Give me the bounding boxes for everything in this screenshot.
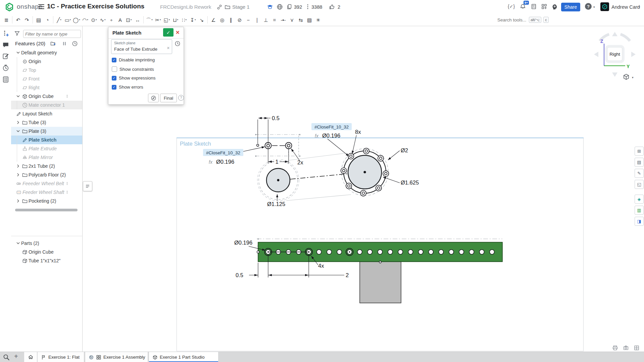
panel-divider[interactable] — [11, 236, 82, 236]
pattern-tool[interactable]: ∷▾ — [180, 15, 188, 24]
plate-hole[interactable] — [378, 250, 383, 254]
plate-hole[interactable] — [398, 250, 403, 254]
apps-icon[interactable] — [541, 3, 547, 10]
plate-hole[interactable] — [276, 250, 281, 254]
tab-exercise-1-part-studio[interactable]: Exercise 1 Part Studio — [149, 352, 218, 362]
pierce-constraint-tool[interactable]: ▨ — [305, 15, 313, 24]
tangent-constraint-tool[interactable]: ⊘ — [236, 15, 244, 24]
chevron-down-icon[interactable] — [15, 129, 21, 134]
collapsed-panel-button[interactable] — [83, 181, 92, 191]
plate-hole[interactable] — [347, 250, 352, 254]
feature-row-plate-mirror[interactable]: Plate Mirror — [11, 153, 82, 162]
slot-tool[interactable]: ⊔▾ — [171, 15, 180, 24]
link-icon[interactable] — [216, 4, 222, 10]
trim-tool[interactable]: ✂▾ — [154, 15, 162, 24]
chevron-right-icon[interactable] — [15, 164, 21, 168]
plate-hole[interactable] — [327, 250, 332, 254]
plate-hole[interactable] — [317, 250, 321, 254]
caret-down-icon[interactable]: ▾ — [177, 18, 179, 21]
sketch-mode-button[interactable] — [148, 94, 159, 102]
sketch-plane-field[interactable]: Sketch plane Face of Tube Extrude ✕ — [111, 39, 172, 54]
plate-hole-ring[interactable] — [346, 248, 353, 256]
bolt-hole[interactable] — [346, 183, 352, 189]
plate-hole[interactable] — [367, 250, 372, 254]
chevron-right-icon[interactable] — [15, 120, 21, 125]
chevron-right-icon[interactable] — [15, 199, 21, 203]
chevron-down-icon[interactable] — [15, 50, 21, 55]
dia-left-circle[interactable]: Ø1.125 — [267, 201, 285, 207]
feature-row-layout-sketch[interactable]: Layout Sketch — [11, 109, 82, 118]
sheet-metal-tool[interactable]: ◔ — [43, 15, 51, 24]
caret-down-icon[interactable]: ▾ — [87, 18, 88, 21]
workspace-label[interactable]: Stage 1 — [232, 4, 250, 10]
plate-hole[interactable] — [439, 250, 443, 254]
dia-plate-hole[interactable]: Ø0.196 — [234, 240, 252, 246]
part-row-origin-cube[interactable]: Origin Cube — [11, 248, 82, 256]
history-button[interactable] — [2, 64, 9, 71]
right-circle-center[interactable] — [363, 171, 366, 173]
comments-button[interactable] — [2, 41, 9, 49]
concentric-constraint-tool[interactable]: ◎ — [218, 15, 226, 24]
count-top-holes[interactable]: 2x — [297, 159, 303, 165]
caret-down-icon[interactable]: ▾ — [195, 18, 196, 21]
caret-down-icon[interactable]: ▾ — [104, 18, 106, 21]
view-cube-face[interactable]: Right — [607, 47, 622, 61]
checkbox-box[interactable]: ✓ — [112, 85, 116, 90]
dia-bearing-circle[interactable]: Ø1.625 — [401, 179, 419, 186]
use-project-tool[interactable]: ⊡▾ — [125, 15, 133, 24]
dialog-close-button[interactable]: ✕ — [176, 30, 180, 36]
plate-hole-ring[interactable] — [305, 248, 313, 256]
chevron-down-icon[interactable] — [15, 241, 21, 246]
left-circle[interactable] — [266, 168, 290, 192]
featurescript-icon[interactable]: {✓} — [508, 4, 515, 9]
panel-toggle-5-button[interactable]: ◈ — [635, 195, 644, 204]
sketch-canvas[interactable]: Plate Sketch0.5#CloseFit_10_32fxØ0.1968x… — [0, 0, 644, 362]
plate-hole[interactable] — [449, 250, 454, 254]
search-tools[interactable]: alt/⌥ c — [497, 15, 554, 24]
point-tool[interactable]: ∘ — [107, 15, 115, 24]
feature-row-plate-extrude[interactable]: Plate Extrude — [11, 144, 82, 153]
insert-dxf-tool[interactable]: ↧▾ — [189, 15, 197, 24]
plate-hole[interactable] — [357, 250, 362, 254]
transform-tool[interactable]: ↘ — [198, 15, 206, 24]
feature-row-feeeder-wheel-belt[interactable]: Feeeder Wheel Belt — [11, 179, 82, 188]
checkbox-box[interactable]: ✓ — [112, 76, 116, 81]
plate-hole[interactable] — [480, 250, 484, 254]
left-circle-center[interactable] — [277, 179, 280, 182]
user-caret-icon[interactable]: ▾ — [639, 5, 640, 9]
caret-down-icon[interactable]: ▾ — [169, 18, 170, 21]
panel-toggle-4-button[interactable]: ◱ — [635, 180, 644, 189]
panel-toggle-7-button[interactable]: ◨ — [635, 217, 644, 226]
plate-hole[interactable] — [408, 250, 413, 254]
bearing-circle[interactable] — [348, 155, 382, 189]
view-mode-cube-icon[interactable] — [623, 73, 630, 81]
plate-part[interactable] — [258, 242, 502, 262]
feature-row-polycarb-floor-2[interactable]: Polycarb Floor (2) — [11, 170, 82, 179]
view-mode-caret-icon[interactable]: ▾ — [632, 76, 634, 79]
plate-edge-point[interactable] — [257, 251, 259, 253]
symmetric-constraint-tool[interactable]: ⇆ — [297, 15, 305, 24]
caret-down-icon[interactable]: ▾ — [96, 18, 97, 21]
redo-tool[interactable]: ↷ — [23, 15, 31, 24]
rollback-icon[interactable] — [72, 41, 78, 47]
plate-hole[interactable] — [490, 250, 494, 254]
count-bolt-holes[interactable]: 8x — [355, 129, 361, 135]
plate-hole[interactable] — [418, 250, 423, 254]
checkbox-show-errors[interactable]: ✓Show errors — [112, 85, 143, 90]
dia-tophole-left[interactable]: Ø0.196 — [216, 159, 234, 165]
checkbox-show-constraints[interactable]: Show constraints — [112, 66, 154, 72]
grid-corner-icon[interactable] — [633, 345, 640, 351]
copy-properties-tool[interactable]: ▤ — [35, 15, 43, 24]
row-menu-icon[interactable] — [65, 189, 69, 195]
feature-row-plate-3[interactable]: Plate (3) — [11, 127, 82, 136]
caret-down-icon[interactable]: ▾ — [79, 18, 80, 21]
checkbox-box[interactable]: ✓ — [112, 58, 116, 62]
feature-row-feeder-wheel-shaft[interactable]: Feeder Wheel Shaft — [11, 188, 82, 197]
row-menu-icon[interactable] — [65, 93, 69, 99]
offset-tool[interactable]: ◱▾ — [163, 15, 171, 24]
panel-toggle-6-button[interactable]: ▥ — [635, 206, 644, 215]
copies-icon[interactable] — [286, 4, 292, 10]
top-holes[interactable] — [257, 143, 292, 149]
insert-item-button[interactable] — [2, 30, 9, 37]
checkbox-show-expressions[interactable]: ✓Show expressions — [112, 75, 156, 81]
